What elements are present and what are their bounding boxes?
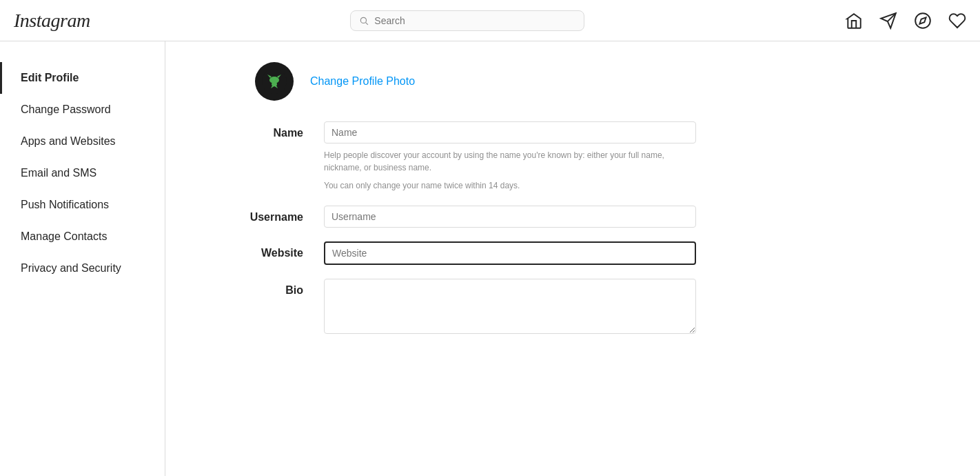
heart-icon[interactable] bbox=[948, 12, 966, 30]
change-profile-photo-link[interactable]: Change Profile Photo bbox=[310, 75, 415, 88]
name-label: Name bbox=[200, 121, 324, 139]
compass-icon[interactable] bbox=[914, 12, 932, 30]
edit-profile-content: Change Profile Photo Name Help people di… bbox=[165, 41, 980, 476]
name-field-wrapper: Help people discover your account by usi… bbox=[324, 121, 696, 192]
avatar bbox=[255, 62, 294, 101]
sidebar-item-change-password[interactable]: Change Password bbox=[0, 94, 165, 126]
home-icon[interactable] bbox=[845, 12, 863, 30]
sidebar-item-push-notifications[interactable]: Push Notifications bbox=[0, 189, 165, 221]
sidebar-item-email-and-sms[interactable]: Email and SMS bbox=[0, 157, 165, 189]
name-help-text-2: You can only change your name twice with… bbox=[324, 179, 696, 192]
send-icon[interactable] bbox=[879, 12, 897, 30]
svg-point-4 bbox=[915, 13, 930, 28]
website-field-wrapper bbox=[324, 241, 696, 265]
search-bar[interactable] bbox=[350, 10, 584, 31]
main-layout: Edit Profile Change Password Apps and We… bbox=[0, 41, 980, 476]
sidebar-item-manage-contacts[interactable]: Manage Contacts bbox=[0, 221, 165, 252]
bio-field-row: Bio bbox=[200, 279, 946, 337]
instagram-logo: Instagram bbox=[14, 10, 90, 32]
sidebar: Edit Profile Change Password Apps and We… bbox=[0, 41, 165, 476]
bio-textarea[interactable] bbox=[324, 279, 696, 334]
bio-label: Bio bbox=[200, 279, 324, 297]
svg-marker-5 bbox=[919, 17, 926, 23]
sidebar-item-edit-profile[interactable]: Edit Profile bbox=[0, 62, 165, 94]
header-nav-icons bbox=[845, 12, 966, 30]
search-input[interactable] bbox=[374, 15, 575, 26]
name-field-row: Name Help people discover your account b… bbox=[200, 121, 946, 192]
sidebar-item-privacy-and-security[interactable]: Privacy and Security bbox=[0, 252, 165, 284]
name-input[interactable] bbox=[324, 121, 696, 143]
username-label: Username bbox=[200, 206, 324, 224]
bio-field-wrapper bbox=[324, 279, 696, 337]
username-field-row: Username bbox=[200, 206, 946, 228]
name-help-text-1: Help people discover your account by usi… bbox=[324, 149, 696, 174]
search-icon bbox=[359, 16, 369, 26]
username-field-wrapper bbox=[324, 206, 696, 228]
header: Instagram bbox=[0, 0, 980, 41]
website-field-row: Website bbox=[200, 241, 946, 265]
website-label: Website bbox=[200, 241, 324, 259]
avatar-image bbox=[262, 69, 287, 94]
svg-line-1 bbox=[366, 22, 368, 24]
profile-photo-row: Change Profile Photo bbox=[200, 62, 946, 101]
username-input[interactable] bbox=[324, 206, 696, 228]
website-input[interactable] bbox=[324, 241, 696, 265]
svg-point-0 bbox=[361, 17, 367, 23]
sidebar-item-apps-and-websites[interactable]: Apps and Websites bbox=[0, 126, 165, 157]
